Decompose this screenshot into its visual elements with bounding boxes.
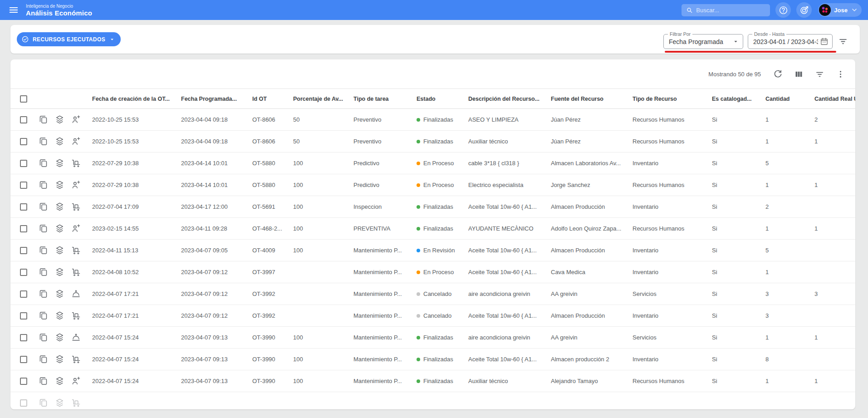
column-header[interactable]: Porcentaje de Av...	[293, 96, 353, 102]
layers-icon[interactable]	[54, 158, 64, 168]
layers-icon[interactable]	[54, 115, 64, 125]
copy-icon[interactable]	[38, 376, 48, 386]
person-add-icon[interactable]	[71, 115, 81, 125]
calendar-icon[interactable]	[820, 37, 829, 46]
column-header[interactable]: Descripción del Recurso...	[468, 96, 551, 102]
row-checkbox[interactable]	[20, 269, 27, 276]
row-checkbox[interactable]	[20, 203, 27, 211]
layers-icon[interactable]	[54, 267, 64, 277]
copy-icon[interactable]	[38, 333, 48, 343]
help-button[interactable]	[775, 2, 791, 18]
trolley-icon[interactable]	[71, 202, 81, 212]
cell-real-quantity: 1	[814, 138, 855, 145]
row-checkbox[interactable]	[20, 160, 27, 167]
trolley-icon[interactable]	[71, 246, 81, 256]
copy-icon[interactable]	[38, 180, 48, 190]
search-input[interactable]: Buscar...	[682, 4, 770, 16]
copy-icon[interactable]	[38, 137, 48, 147]
person-add-icon[interactable]	[71, 137, 81, 147]
table-row[interactable]: 2022-07-29 10:38 2023-04-14 10:01 OT-588…	[10, 152, 855, 174]
person-add-icon[interactable]	[71, 224, 81, 234]
row-checkbox[interactable]	[20, 182, 27, 189]
menu-icon[interactable]	[8, 4, 20, 16]
table-row[interactable]: 2022-07-04 17:09 2023-04-17 12:00 OT-569…	[10, 196, 855, 218]
layers-icon[interactable]	[54, 311, 64, 321]
table-row[interactable]: 2022-04-08 10:52 2023-04-07 09:12 OT-399…	[10, 261, 855, 283]
row-checkbox[interactable]	[20, 247, 27, 254]
cell-task-type: Inspeccion	[353, 203, 417, 210]
trolley-icon[interactable]	[71, 311, 81, 321]
layers-icon[interactable]	[54, 137, 64, 147]
trolley-icon[interactable]	[71, 398, 81, 408]
copy-icon[interactable]	[38, 267, 48, 277]
person-add-icon[interactable]	[71, 376, 81, 386]
copy-icon[interactable]	[38, 202, 48, 212]
select-all-checkbox[interactable]	[20, 95, 27, 103]
copy-icon[interactable]	[38, 354, 48, 364]
table-row[interactable]: 2022-04-07 15:24 2023-04-07 09:13 OT-399…	[10, 327, 855, 349]
filter-by-select[interactable]: Filtrar Por Fecha Programada	[663, 34, 743, 49]
copy-icon[interactable]	[38, 224, 48, 234]
row-checkbox[interactable]	[20, 399, 27, 407]
trolley-icon[interactable]	[71, 354, 81, 364]
column-header[interactable]: Estado	[417, 96, 468, 102]
table-row[interactable]: 2022-10-25 15:53 2023-04-04 09:18 OT-860…	[10, 109, 855, 131]
view-selector-button[interactable]: RECURSOS EJECUTADOS	[17, 32, 121, 46]
table-row[interactable]: 2022-04-11 15:13 2023-04-07 09:05 OT-400…	[10, 240, 855, 261]
layers-icon[interactable]	[54, 202, 64, 212]
column-header[interactable]: Id OT	[252, 96, 293, 102]
columns-button[interactable]	[793, 68, 804, 80]
column-header[interactable]: Tipo de tarea	[353, 96, 417, 102]
refresh-button[interactable]	[772, 68, 784, 80]
column-header[interactable]: Es catalogad...	[712, 96, 765, 102]
layers-icon[interactable]	[54, 224, 64, 234]
user-menu[interactable]: Jose	[818, 3, 862, 17]
copy-icon[interactable]	[38, 158, 48, 168]
row-checkbox[interactable]	[20, 356, 27, 363]
service-bell-icon[interactable]	[71, 289, 81, 299]
filter-rows-button[interactable]	[814, 68, 825, 80]
table-row[interactable]: 2022-04-07 17:21 2023-04-07 09:12 OT-399…	[10, 305, 855, 327]
trolley-icon[interactable]	[71, 158, 81, 168]
service-bell-icon[interactable]	[71, 333, 81, 343]
row-checkbox[interactable]	[20, 290, 27, 298]
row-checkbox[interactable]	[20, 138, 27, 145]
layers-icon[interactable]	[54, 354, 64, 364]
row-checkbox[interactable]	[20, 334, 27, 341]
person-add-icon[interactable]	[71, 180, 81, 190]
column-header[interactable]: Fecha Programada...	[181, 96, 252, 102]
column-header[interactable]: Cantidad	[765, 96, 814, 102]
column-header[interactable]: Cantidad Real U...	[814, 96, 855, 102]
table-row[interactable]: 2022-04-07 17:21 2023-04-07 09:12 OT-399…	[10, 283, 855, 305]
table-row[interactable]: 2022-04-07 15:24 2023-04-07 09:13 OT-399…	[10, 349, 855, 370]
row-checkbox[interactable]	[20, 312, 27, 320]
layers-icon[interactable]	[54, 333, 64, 343]
more-options-button[interactable]	[834, 68, 846, 80]
trolley-icon[interactable]	[71, 267, 81, 277]
layers-icon[interactable]	[54, 398, 64, 408]
copy-icon[interactable]	[38, 115, 48, 125]
layers-icon[interactable]	[54, 180, 64, 190]
copy-icon[interactable]	[38, 398, 48, 408]
layers-icon[interactable]	[54, 289, 64, 299]
cell-is-cataloged: Si	[712, 356, 765, 363]
row-checkbox[interactable]	[20, 225, 27, 232]
date-range-input[interactable]: Desde - Hasta 2023-04-01 / 2023-04-30	[748, 34, 833, 49]
column-header[interactable]: Fecha de creación de la OT...	[92, 96, 181, 102]
copy-icon[interactable]	[38, 246, 48, 256]
row-checkbox[interactable]	[20, 378, 27, 385]
column-header[interactable]: Fuente del Recurso	[551, 96, 633, 102]
goals-button[interactable]	[796, 2, 812, 18]
column-header[interactable]: Tipo de Recurso	[633, 96, 712, 102]
table-row[interactable]: 2022-10-25 15:53 2023-04-04 09:18 OT-860…	[10, 131, 855, 152]
copy-icon[interactable]	[38, 289, 48, 299]
table-row[interactable]: 2023-02-15 14:55 2023-04-11 09:28 OT-468…	[10, 218, 855, 240]
table-row[interactable]: 2022-04-07 15:24 2023-04-07 09:13 OT-399…	[10, 370, 855, 392]
copy-icon[interactable]	[38, 311, 48, 321]
layers-icon[interactable]	[54, 376, 64, 386]
table-row[interactable]	[10, 392, 855, 409]
table-row[interactable]: 2022-07-29 10:38 2023-04-14 10:01 OT-588…	[10, 174, 855, 196]
row-checkbox[interactable]	[20, 116, 27, 123]
layers-icon[interactable]	[54, 246, 64, 256]
advanced-filter-button[interactable]	[836, 35, 850, 49]
